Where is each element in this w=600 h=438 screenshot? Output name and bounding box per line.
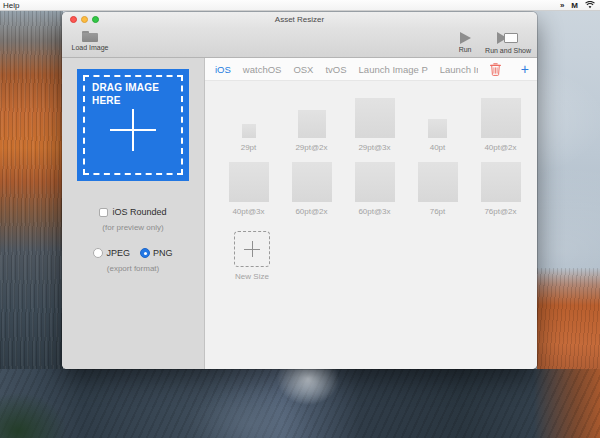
window-content: DRAG IMAGE HERE iOS Rounded (for preview… <box>62 58 537 369</box>
app-window: Asset Resizer Load Image Run Run and Sho… <box>62 12 537 369</box>
drag-image-dropzone[interactable]: DRAG IMAGE HERE <box>77 69 189 181</box>
overflow-chevrons-icon[interactable]: » <box>560 0 564 11</box>
jpeg-label: JPEG <box>106 248 130 258</box>
jpeg-radio[interactable] <box>93 248 103 258</box>
dropzone-label-line2: HERE <box>92 95 174 108</box>
export-caption: (export format) <box>62 264 204 273</box>
minimize-button[interactable] <box>81 16 88 23</box>
zoom-button[interactable] <box>92 16 99 23</box>
screen: Help » M Asset Resizer <box>0 0 600 438</box>
window-title: Asset Resizer <box>62 12 537 28</box>
size-cell-40pt@2x[interactable]: 40pt@2x <box>469 89 532 153</box>
new-size-plus-icon <box>234 231 270 267</box>
size-cell-40pt[interactable]: 40pt <box>406 89 469 153</box>
system-menu-bar: Help » M <box>0 0 600 11</box>
size-thumbnail <box>292 162 332 202</box>
size-cell-60pt@3x[interactable]: 60pt@3x <box>343 153 406 217</box>
size-cell-40pt@3x[interactable]: 40pt@3x <box>217 153 280 217</box>
sidebar: DRAG IMAGE HERE iOS Rounded (for preview… <box>62 58 205 369</box>
toolbar: Load Image Run Run and Show <box>62 28 537 58</box>
preview-caption: (for preview only) <box>62 223 204 232</box>
wifi-icon[interactable] <box>585 1 595 9</box>
size-cell-76pt@2x[interactable]: 76pt@2x <box>469 153 532 217</box>
play-icon <box>460 32 471 44</box>
load-image-button[interactable]: Load Image <box>70 28 110 57</box>
size-cell-29pt@2x[interactable]: 29pt@2x <box>280 89 343 153</box>
size-cell-60pt@2x[interactable]: 60pt@2x <box>280 153 343 217</box>
toolbar-right-group: Run Run and Show <box>445 28 531 57</box>
size-label: 60pt@2x <box>295 207 327 217</box>
size-label: 76pt@2x <box>484 207 516 217</box>
size-label: 40pt@3x <box>232 207 264 217</box>
tab-bar: iOSwatchOSOSXtvOSLaunch Image PLaunch Im… <box>205 58 537 81</box>
png-option[interactable]: PNG <box>140 248 173 258</box>
tab-osx[interactable]: OSX <box>293 64 313 75</box>
size-label: 29pt@2x <box>295 143 327 153</box>
png-label: PNG <box>153 248 173 258</box>
ios-rounded-checkbox[interactable] <box>99 208 108 217</box>
menu-item-help[interactable]: Help <box>0 1 19 10</box>
tab-list: iOSwatchOSOSXtvOSLaunch Image PLaunch Im… <box>215 64 478 75</box>
delete-tab-button[interactable] <box>490 63 501 76</box>
size-cell-76pt[interactable]: 76pt <box>406 153 469 217</box>
size-label: 40pt@2x <box>484 143 516 153</box>
traffic-lights <box>70 16 99 23</box>
size-label: 76pt <box>430 207 446 217</box>
load-image-label: Load Image <box>72 44 109 51</box>
jpeg-option[interactable]: JPEG <box>93 248 130 258</box>
dropzone-dashed-border: DRAG IMAGE HERE <box>83 75 183 175</box>
tab-watchos[interactable]: watchOS <box>243 64 282 75</box>
run-button[interactable]: Run <box>445 28 485 57</box>
size-label: 40pt <box>430 143 446 153</box>
menu-bar-status-area: » M <box>560 0 600 11</box>
run-label: Run <box>459 46 472 53</box>
size-grid-row: 29pt29pt@2x29pt@3x40pt40pt@2x <box>217 89 537 153</box>
size-thumbnail <box>428 119 447 138</box>
title-bar[interactable]: Asset Resizer <box>62 12 537 28</box>
ios-rounded-label: iOS Rounded <box>112 207 166 217</box>
size-grid: 29pt29pt@2x29pt@3x40pt40pt@2x40pt@3x60pt… <box>205 81 537 217</box>
size-thumbnail <box>229 162 269 202</box>
ios-rounded-option[interactable]: iOS Rounded <box>62 207 204 217</box>
main-panel: iOSwatchOSOSXtvOSLaunch Image PLaunch Im… <box>205 58 537 369</box>
close-button[interactable] <box>70 16 77 23</box>
size-thumbnail <box>481 98 521 138</box>
size-thumbnail <box>481 162 521 202</box>
size-label: 29pt <box>241 143 257 153</box>
plus-cross-icon <box>110 109 156 151</box>
run-and-show-button[interactable]: Run and Show <box>485 28 531 57</box>
play-window-icon <box>497 32 519 45</box>
size-thumbnail <box>418 162 458 202</box>
size-thumbnail <box>355 98 395 138</box>
plus-icon: + <box>521 61 529 77</box>
size-label: 60pt@3x <box>358 207 390 217</box>
size-cell-29pt[interactable]: 29pt <box>217 89 280 153</box>
size-grid-row: 40pt@3x60pt@2x60pt@3x76pt76pt@2x <box>217 153 537 217</box>
size-thumbnail <box>355 162 395 202</box>
export-format-options: JPEG PNG <box>62 248 204 258</box>
new-size-label: New Size <box>227 272 277 281</box>
wallpaper-rocks-bottom <box>0 369 600 438</box>
tab-ios[interactable]: iOS <box>215 64 231 75</box>
tab-tvos[interactable]: tvOS <box>325 64 346 75</box>
dropzone-label-line1: DRAG IMAGE <box>92 82 174 95</box>
size-thumbnail <box>298 110 326 138</box>
run-and-show-label: Run and Show <box>485 47 531 54</box>
add-tab-button[interactable]: + <box>521 62 529 76</box>
dropzone-label: DRAG IMAGE HERE <box>92 82 174 107</box>
tab-launch-ima[interactable]: Launch Ima <box>440 64 478 75</box>
size-thumbnail <box>242 124 256 138</box>
m-status-icon[interactable]: M <box>571 0 578 11</box>
folder-icon <box>82 31 98 42</box>
png-radio[interactable] <box>140 248 150 258</box>
trash-icon <box>490 63 501 76</box>
new-size-button[interactable]: New Size <box>227 231 277 281</box>
tab-launch-image-p[interactable]: Launch Image P <box>359 64 428 75</box>
size-cell-29pt@3x[interactable]: 29pt@3x <box>343 89 406 153</box>
options-block: iOS Rounded (for preview only) JPEG PNG <box>62 207 204 273</box>
size-label: 29pt@3x <box>358 143 390 153</box>
